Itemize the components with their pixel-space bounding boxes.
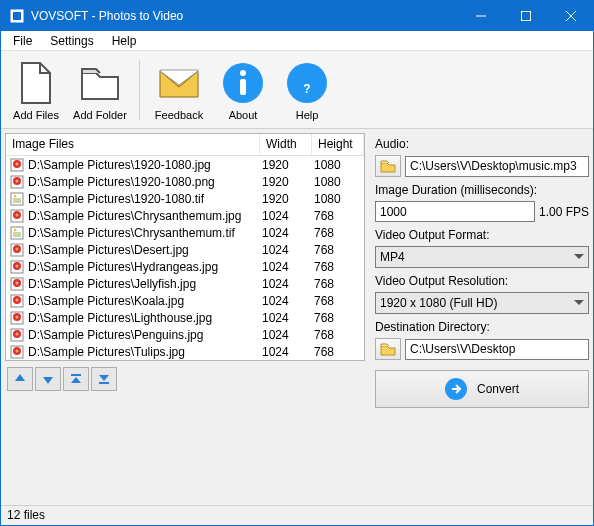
audio-input[interactable] (405, 156, 589, 177)
table-row[interactable]: D:\Sample Pictures\Chrysanthemum.jpg1024… (6, 207, 364, 224)
duration-input[interactable] (375, 201, 535, 222)
resolution-dropdown[interactable]: 1920 x 1080 (Full HD) (375, 292, 589, 314)
file-width: 1024 (256, 243, 308, 257)
table-row[interactable]: D:\Sample Pictures\Hydrangeas.jpg1024768 (6, 258, 364, 275)
svg-point-19 (14, 194, 17, 197)
table-row[interactable]: D:\Sample Pictures\Desert.jpg1024768 (6, 241, 364, 258)
svg-point-7 (240, 70, 246, 76)
table-row[interactable]: D:\Sample Pictures\Jellyfish.jpg1024768 (6, 275, 364, 292)
svg-rect-48 (99, 382, 109, 384)
file-path: D:\Sample Pictures\Koala.jpg (28, 294, 256, 308)
browse-dest-button[interactable] (375, 338, 401, 360)
about-label: About (229, 109, 258, 121)
file-icon (12, 59, 60, 107)
table-row[interactable]: D:\Sample Pictures\Lighthouse.jpg1024768 (6, 309, 364, 326)
add-folder-button[interactable]: Add Folder (69, 53, 131, 127)
add-files-button[interactable]: Add Files (5, 53, 67, 127)
chevron-down-icon (574, 300, 584, 306)
table-row[interactable]: D:\Sample Pictures\Koala.jpg1024768 (6, 292, 364, 309)
minimize-button[interactable] (458, 1, 503, 31)
file-height: 768 (308, 209, 360, 223)
move-down-button[interactable] (35, 367, 61, 391)
app-icon (9, 8, 25, 24)
file-width: 1024 (256, 277, 308, 291)
image-file-icon (10, 294, 24, 308)
svg-rect-1 (13, 12, 21, 20)
menu-help[interactable]: Help (104, 32, 145, 50)
image-file-icon (10, 311, 24, 325)
col-files[interactable]: Image Files (6, 134, 260, 155)
move-top-button[interactable] (63, 367, 89, 391)
browse-audio-button[interactable] (375, 155, 401, 177)
help-button[interactable]: ? Help (276, 53, 338, 127)
menu-settings[interactable]: Settings (42, 32, 101, 50)
file-width: 1024 (256, 260, 308, 274)
table-row[interactable]: D:\Sample Pictures\Tulips.jpg1024768 (6, 343, 364, 360)
file-path: D:\Sample Pictures\Desert.jpg (28, 243, 256, 257)
about-button[interactable]: About (212, 53, 274, 127)
menu-file[interactable]: File (5, 32, 40, 50)
table-row[interactable]: D:\Sample Pictures\1920-1080.tif19201080 (6, 190, 364, 207)
svg-point-13 (16, 162, 19, 165)
svg-point-28 (16, 247, 19, 250)
resolution-label: Video Output Resolution: (375, 274, 589, 288)
table-row[interactable]: D:\Sample Pictures\1920-1080.jpg19201080 (6, 156, 364, 173)
image-file-icon (10, 260, 24, 274)
move-bottom-button[interactable] (91, 367, 117, 391)
format-dropdown[interactable]: MP4 (375, 246, 589, 268)
close-button[interactable] (548, 1, 593, 31)
question-icon: ? (283, 59, 331, 107)
status-count: 12 files (7, 508, 45, 522)
svg-text:?: ? (303, 82, 310, 96)
file-height: 768 (308, 294, 360, 308)
image-file-icon (10, 192, 24, 206)
maximize-button[interactable] (503, 1, 548, 31)
file-height: 1080 (308, 192, 360, 206)
file-width: 1024 (256, 328, 308, 342)
move-up-button[interactable] (7, 367, 33, 391)
convert-label: Convert (477, 382, 519, 396)
chevron-down-icon (574, 254, 584, 260)
table-row[interactable]: D:\Sample Pictures\1920-1080.png19201080 (6, 173, 364, 190)
file-path: D:\Sample Pictures\Hydrangeas.jpg (28, 260, 256, 274)
file-height: 1080 (308, 158, 360, 172)
col-height[interactable]: Height (312, 134, 364, 155)
col-width[interactable]: Width (260, 134, 312, 155)
feedback-label: Feedback (155, 109, 203, 121)
svg-rect-3 (521, 12, 530, 21)
settings-panel: Audio: Image Duration (milliseconds): 1.… (369, 129, 594, 505)
file-list-panel: Image Files Width Height D:\Sample Pictu… (5, 133, 365, 361)
toolbar: Add Files Add Folder Feedback About ? He (1, 51, 593, 129)
reorder-buttons (5, 365, 365, 393)
file-path: D:\Sample Pictures\1920-1080.jpg (28, 158, 256, 172)
svg-point-43 (16, 332, 19, 335)
image-file-icon (10, 345, 24, 359)
svg-point-16 (16, 179, 19, 182)
file-path: D:\Sample Pictures\Lighthouse.jpg (28, 311, 256, 325)
svg-point-31 (16, 264, 19, 267)
fps-text: 1.00 FPS (539, 205, 589, 219)
table-row[interactable]: D:\Sample Pictures\Penguins.jpg1024768 (6, 326, 364, 343)
dest-label: Destination Directory: (375, 320, 589, 334)
file-path: D:\Sample Pictures\1920-1080.tif (28, 192, 256, 206)
file-height: 1080 (308, 175, 360, 189)
table-row[interactable]: D:\Sample Pictures\Chrysanthemum.tif1024… (6, 224, 364, 241)
dest-input[interactable] (405, 339, 589, 360)
image-file-icon (10, 158, 24, 172)
file-path: D:\Sample Pictures\Jellyfish.jpg (28, 277, 256, 291)
svg-rect-8 (240, 79, 246, 95)
file-width: 1024 (256, 209, 308, 223)
window-title: VOVSOFT - Photos to Video (31, 9, 458, 23)
image-file-icon (10, 226, 24, 240)
file-height: 768 (308, 277, 360, 291)
list-body[interactable]: D:\Sample Pictures\1920-1080.jpg19201080… (6, 156, 364, 360)
svg-rect-24 (13, 232, 21, 237)
convert-button[interactable]: Convert (375, 370, 589, 408)
feedback-button[interactable]: Feedback (148, 53, 210, 127)
help-label: Help (296, 109, 319, 121)
file-width: 1024 (256, 345, 308, 359)
list-header: Image Files Width Height (6, 134, 364, 156)
svg-point-40 (16, 315, 19, 318)
format-label: Video Output Format: (375, 228, 589, 242)
file-width: 1920 (256, 175, 308, 189)
